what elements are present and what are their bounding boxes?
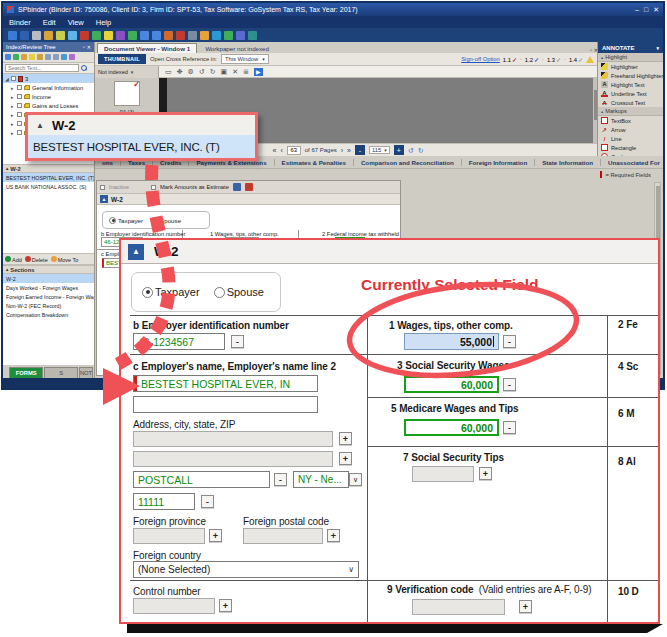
medicare-input[interactable]: 60,000 bbox=[404, 419, 499, 436]
search-input[interactable] bbox=[5, 64, 79, 72]
toolbar-icon-info[interactable] bbox=[236, 31, 245, 40]
spouse-radio[interactable]: Spouse bbox=[151, 217, 181, 224]
toolbar-icon-document[interactable] bbox=[140, 31, 149, 40]
first-page-icon[interactable]: « bbox=[272, 147, 276, 154]
postal-input[interactable] bbox=[243, 528, 323, 544]
checkbox[interactable] bbox=[11, 76, 16, 81]
toolbar-icon-user[interactable] bbox=[224, 31, 233, 40]
plus-button[interactable] bbox=[519, 600, 532, 613]
delete-page-icon[interactable]: ✕ bbox=[232, 68, 238, 75]
expander-icon[interactable]: ▸ bbox=[11, 94, 15, 100]
toolbar-icon-print[interactable] bbox=[32, 31, 41, 40]
zoom-in-icon[interactable]: + bbox=[394, 145, 404, 155]
tree-icon-folder-open[interactable] bbox=[37, 54, 43, 60]
toolbar-icon-link[interactable] bbox=[188, 31, 197, 40]
wages-input[interactable]: 55,000 bbox=[404, 333, 499, 350]
state-chevron-button[interactable]: ∨ bbox=[349, 473, 362, 486]
expander-icon[interactable]: ▸ bbox=[11, 121, 15, 127]
signoff-mark-3[interactable]: 1.3 bbox=[547, 56, 561, 63]
section-row[interactable]: Days Worked - Foreign Wages bbox=[3, 283, 94, 292]
expander-icon[interactable]: ▸ bbox=[11, 85, 15, 91]
sections-header[interactable]: ▴Sections bbox=[3, 265, 94, 274]
tree-icon-folder-check[interactable] bbox=[21, 54, 27, 60]
callout-header[interactable]: ▲ W-2 bbox=[28, 115, 255, 135]
tab-clipped-2[interactable]: NOT bbox=[79, 367, 93, 378]
prev-page-icon[interactable]: ‹ bbox=[280, 147, 282, 154]
w2-collapse-bar[interactable]: ▲ W-2 bbox=[97, 193, 400, 205]
province-input[interactable] bbox=[133, 528, 205, 544]
page-number-input[interactable] bbox=[287, 146, 301, 155]
tool-highlight-text[interactable]: Highlight Text bbox=[598, 80, 663, 89]
tree-node[interactable]: ▸Income bbox=[3, 92, 94, 101]
taxpayer-radio[interactable]: Taxpayer bbox=[142, 286, 200, 298]
collapse-icon[interactable]: ▲ bbox=[128, 244, 144, 260]
checkbox[interactable] bbox=[17, 112, 22, 117]
tool-rectangle[interactable]: Rectangle bbox=[598, 143, 663, 152]
callout-selected-row[interactable]: BESTEST HOSPITAL EVER, INC. (T) bbox=[28, 135, 255, 158]
last-page-icon[interactable]: » bbox=[347, 147, 351, 154]
toolbar-icon-save[interactable] bbox=[8, 31, 17, 40]
zoom-level-select[interactable]: 115 bbox=[369, 146, 390, 154]
toolbar-icon-globe[interactable] bbox=[212, 31, 221, 40]
collapse-icon[interactable]: ▲ bbox=[100, 195, 108, 203]
tool-crossout-text[interactable]: Crossout Text bbox=[598, 98, 663, 107]
plus-button[interactable] bbox=[339, 432, 352, 445]
tree-node[interactable]: ▸Gains and Losses bbox=[3, 101, 94, 110]
crossref-select[interactable]: This Window bbox=[221, 54, 269, 64]
expander-icon[interactable]: ▸ bbox=[11, 103, 15, 109]
list-icon[interactable]: ≣ bbox=[243, 68, 249, 75]
tab-workpaper[interactable]: Workpaper not indexed bbox=[199, 43, 275, 53]
name-input[interactable]: BESTEST HOSPITAL EVER, IN bbox=[133, 375, 318, 392]
country-select[interactable]: (None Selected)∨ bbox=[133, 561, 359, 578]
state-select[interactable]: NY - Ne... bbox=[293, 471, 349, 488]
zip-input[interactable]: 11111 bbox=[133, 493, 195, 510]
tool-arrow[interactable]: Arrow bbox=[598, 125, 663, 134]
ein-input[interactable]: 46-1234567 bbox=[133, 333, 225, 350]
tab-document-viewer[interactable]: Document Viewer - Window 1 bbox=[97, 43, 197, 53]
minus-button[interactable] bbox=[503, 335, 516, 348]
signoff-mark-2[interactable]: 1.2 bbox=[525, 56, 539, 63]
tool-line[interactable]: Line bbox=[598, 134, 663, 143]
address-input-2[interactable] bbox=[133, 451, 333, 467]
tab-clipped-1[interactable]: S bbox=[44, 367, 78, 378]
checkbox[interactable] bbox=[17, 130, 22, 135]
page-thumbnail[interactable] bbox=[114, 81, 140, 106]
section-row-selected[interactable]: W-2 bbox=[3, 274, 94, 283]
record-row[interactable]: US BANK NATIONAL ASSOC. (S) bbox=[3, 182, 94, 191]
minus-button[interactable] bbox=[503, 378, 516, 391]
tree-icon-expand[interactable] bbox=[5, 54, 11, 60]
tree-icon-down[interactable] bbox=[53, 54, 59, 60]
tree-icon-folder[interactable] bbox=[29, 54, 35, 60]
rotate-ccw-icon[interactable]: ↺ bbox=[408, 147, 414, 154]
tab-forms[interactable]: FORMS bbox=[9, 367, 43, 378]
plus-button[interactable] bbox=[339, 452, 352, 465]
address-input-1[interactable] bbox=[133, 431, 333, 447]
taxpayer-radio[interactable]: Taxpayer bbox=[109, 217, 143, 224]
rotate-cw-icon[interactable]: ↻ bbox=[418, 147, 424, 154]
tree-icon-unlink[interactable] bbox=[69, 54, 75, 60]
toolbar-icon-tools[interactable] bbox=[176, 31, 185, 40]
plus-button[interactable] bbox=[219, 599, 232, 612]
minus-button[interactable] bbox=[201, 495, 214, 508]
tree-icon-link[interactable] bbox=[61, 54, 67, 60]
tree-icon-new-folder[interactable] bbox=[13, 54, 19, 60]
plus-button[interactable] bbox=[327, 529, 340, 542]
close-icon[interactable]: ✕ bbox=[87, 44, 91, 50]
toolbar-icon-grid[interactable] bbox=[116, 31, 125, 40]
checkbox[interactable] bbox=[17, 121, 22, 126]
records-header[interactable]: ▴W-2 bbox=[3, 164, 94, 173]
copy-icon[interactable] bbox=[233, 183, 241, 191]
minus-button[interactable] bbox=[231, 335, 244, 348]
tree-icon-up[interactable] bbox=[45, 54, 51, 60]
pin-icon[interactable]: ▫ bbox=[83, 44, 85, 50]
section-row[interactable]: Compensation Breakdown bbox=[3, 310, 94, 319]
signoff-mark-1[interactable]: 1.1 bbox=[503, 56, 517, 63]
section-row[interactable]: Foreign Earned Income - Foreign Wages bbox=[3, 292, 94, 301]
signoff-mark-4[interactable]: 1.4 bbox=[569, 56, 583, 63]
toolbar-icon-add-workpaper[interactable] bbox=[104, 31, 113, 40]
estimate-checkbox[interactable] bbox=[151, 185, 156, 190]
next-page-icon[interactable]: › bbox=[341, 147, 343, 154]
annotate-section-markups[interactable]: Markups bbox=[598, 107, 663, 116]
tab-unassociated[interactable]: Unassociated For bbox=[601, 159, 663, 166]
gear-icon[interactable]: ⚙ bbox=[188, 68, 194, 75]
